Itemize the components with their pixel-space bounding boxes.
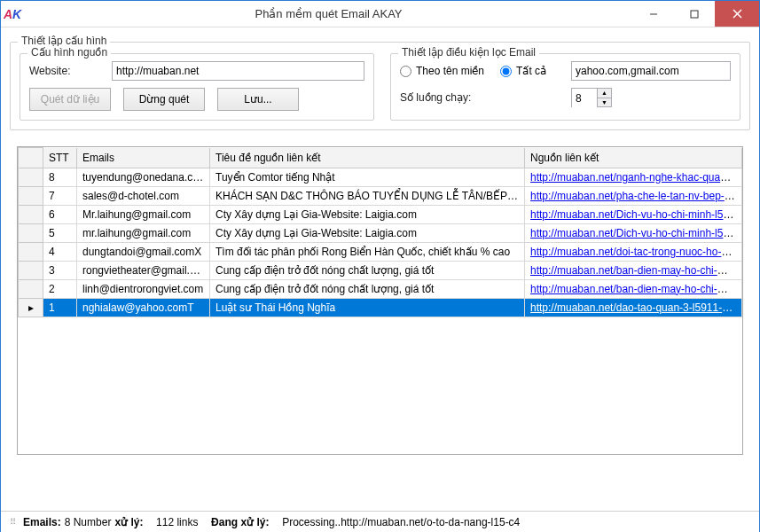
spinner-down-icon[interactable]: ▼: [598, 98, 611, 107]
maximize-icon: [690, 10, 699, 19]
window-title: Phần mềm quét Email AKAY: [24, 7, 633, 20]
source-link[interactable]: http://muaban.net/Dich-vu-ho-chi-minh-l5…: [530, 227, 742, 239]
scan-button: Quét dữ liệu: [29, 88, 111, 111]
cell-link: http://muaban.net/doi-tac-trong-nuoc-ho-…: [525, 242, 742, 261]
cell-email: linh@dientrorongviet.com: [77, 279, 210, 298]
cell-email: rongvietheater@gmail.co...: [77, 261, 210, 279]
col-emails[interactable]: Emails: [77, 148, 210, 168]
cell-link: http://muaban.net/nganh-nghe-khac-quan-s…: [525, 168, 742, 186]
cell-title: Tìm đối tác phân phối Rong Biển Hàn Quốc…: [210, 242, 525, 261]
filter-group: Thiết lập điều kiện lọc Email Theo tên m…: [390, 53, 740, 121]
status-processed-label: xử lý:: [114, 516, 143, 528]
cell-title: Cung cấp điện trở đốt nóng chất lượng, g…: [210, 261, 525, 279]
source-link[interactable]: http://muaban.net/ban-dien-may-ho-chi-mi…: [530, 264, 742, 277]
cell-email: Mr.laihung@gmail.com: [77, 205, 210, 223]
source-link[interactable]: http://muaban.net/doi-tac-trong-nuoc-ho-…: [530, 246, 742, 258]
status-processed-value: 112 links: [156, 516, 198, 528]
svg-rect-1: [691, 11, 698, 18]
app-icon: AK: [1, 1, 24, 27]
grid-header-row: STT Emails Tiêu đề nguồn liên kết Nguồn …: [19, 148, 742, 168]
spinner-up-icon[interactable]: ▲: [598, 89, 611, 98]
row-header: [19, 186, 43, 205]
cell-link: http://muaban.net/pha-che-le-tan-nv-bep-…: [525, 186, 742, 205]
row-header-corner: [19, 148, 43, 168]
table-row[interactable]: 5mr.laihung@gmail.comCty Xây dựng Lại Gi…: [19, 223, 742, 242]
row-header: [19, 242, 43, 261]
config-legend: Thiết lập cấu hình: [18, 35, 110, 47]
stop-button[interactable]: Dừng quét: [123, 88, 205, 111]
table-row[interactable]: 7sales@d-chotel.comKHÁCH SẠN D&C THÔNG B…: [19, 186, 742, 205]
status-emails-value: 8 Number: [65, 516, 112, 528]
cell-title: Cung cấp điện trở đốt nóng chất lượng, g…: [210, 279, 525, 298]
status-emails-label: Emails:: [23, 516, 61, 528]
window-controls: [633, 1, 759, 27]
source-link[interactable]: http://muaban.net/pha-che-le-tan-nv-bep-…: [530, 190, 742, 202]
cell-title: Cty Xây dựng Lại Gia-Website: Laigia.com: [210, 205, 525, 223]
row-header: [19, 223, 43, 242]
source-link[interactable]: http://muaban.net/dao-tao-quan-3-l5911-c…: [530, 301, 742, 314]
row-header: [19, 279, 43, 298]
threads-spinner[interactable]: ▲ ▼: [571, 88, 612, 107]
cell-link: http://muaban.net/ban-dien-may-ho-chi-mi…: [525, 279, 742, 298]
source-link[interactable]: http://muaban.net/nganh-nghe-khac-quan-s…: [530, 171, 742, 184]
row-header: [19, 168, 43, 186]
table-row[interactable]: 6Mr.laihung@gmail.comCty Xây dựng Lại Gi…: [19, 205, 742, 223]
source-link[interactable]: http://muaban.net/ban-dien-may-ho-chi-mi…: [530, 283, 742, 295]
table-row[interactable]: 3rongvietheater@gmail.co...Cung cấp điện…: [19, 261, 742, 279]
cell-email: sales@d-chotel.com: [77, 186, 210, 205]
table-row[interactable]: 4dungtandoi@gmail.comXTìm đối tác phân p…: [19, 242, 742, 261]
cell-stt: 7: [43, 186, 77, 205]
cell-link: http://muaban.net/Dich-vu-ho-chi-minh-l5…: [525, 205, 742, 223]
cell-title: KHÁCH SẠN D&C THÔNG BÁO TUYỂN DỤNG LỄ TÂ…: [210, 186, 525, 205]
domains-input[interactable]: [571, 61, 731, 81]
filter-legend: Thiết lập điều kiện lọc Email: [398, 46, 539, 59]
radio-domain[interactable]: Theo tên miền: [400, 65, 484, 77]
cell-stt: 1: [43, 298, 77, 317]
cell-email: nghialaw@yahoo.comT: [77, 298, 210, 317]
threads-label: Số luồng chạy:: [400, 91, 564, 104]
cell-email: tuyendung@onedana.com: [77, 168, 210, 186]
radio-all[interactable]: Tất cả: [500, 65, 546, 77]
minimize-icon: [649, 10, 658, 19]
cell-stt: 3: [43, 261, 77, 279]
col-stt[interactable]: STT: [43, 148, 77, 168]
cell-stt: 8: [43, 168, 77, 186]
status-processing-value: Processing..http://muaban.net/o-to-da-na…: [282, 516, 520, 528]
titlebar: AK Phần mềm quét Email AKAY: [1, 1, 759, 27]
cell-email: mr.laihung@gmail.com: [77, 223, 210, 242]
close-icon: [733, 9, 742, 19]
col-link[interactable]: Nguồn liên kết: [525, 148, 742, 168]
cell-link: http://muaban.net/ban-dien-may-ho-chi-mi…: [525, 261, 742, 279]
threads-input[interactable]: [572, 89, 597, 108]
cell-stt: 2: [43, 279, 77, 298]
cell-link: http://muaban.net/dao-tao-quan-3-l5911-c…: [525, 298, 742, 317]
grip-icon: ⠿: [10, 517, 14, 527]
source-legend: Cấu hình nguồn: [27, 46, 111, 59]
cell-stt: 5: [43, 223, 77, 242]
row-header: [19, 205, 43, 223]
source-link[interactable]: http://muaban.net/Dich-vu-ho-chi-minh-l5…: [530, 208, 742, 221]
status-processing-label: Đang xử lý:: [211, 516, 269, 528]
maximize-button[interactable]: [674, 1, 715, 27]
table-row[interactable]: 2linh@dientrorongviet.comCung cấp điện t…: [19, 279, 742, 298]
cell-stt: 4: [43, 242, 77, 261]
col-title[interactable]: Tiêu đề nguồn liên kết: [210, 148, 525, 168]
row-header: [19, 261, 43, 279]
results-grid[interactable]: STT Emails Tiêu đề nguồn liên kết Nguồn …: [17, 146, 743, 455]
cell-email: dungtandoi@gmail.comX: [77, 242, 210, 261]
minimize-button[interactable]: [633, 1, 674, 27]
table-row[interactable]: 8tuyendung@onedana.comTuyển Comtor tiếng…: [19, 168, 742, 186]
save-button[interactable]: Lưu...: [217, 88, 299, 111]
close-button[interactable]: [715, 1, 759, 27]
config-group: Thiết lập cấu hình Cấu hình nguồn Websit…: [10, 42, 750, 130]
statusbar: ⠿ Emails: 8 Number xử lý: 112 links Đang…: [1, 511, 759, 532]
source-group: Cấu hình nguồn Website: Quét dữ liệu Dừn…: [20, 53, 374, 121]
cell-title: Cty Xây dựng Lại Gia-Website: Laigia.com: [210, 223, 525, 242]
table-row[interactable]: ▸1nghialaw@yahoo.comTLuật sư Thái Hồng N…: [19, 298, 742, 317]
cell-title: Tuyển Comtor tiếng Nhật: [210, 168, 525, 186]
cell-link: http://muaban.net/Dich-vu-ho-chi-minh-l5…: [525, 223, 742, 242]
cell-title: Luật sư Thái Hồng Nghĩa: [210, 298, 525, 317]
website-label: Website:: [29, 65, 105, 77]
website-input[interactable]: [112, 61, 364, 81]
cell-stt: 6: [43, 205, 77, 223]
